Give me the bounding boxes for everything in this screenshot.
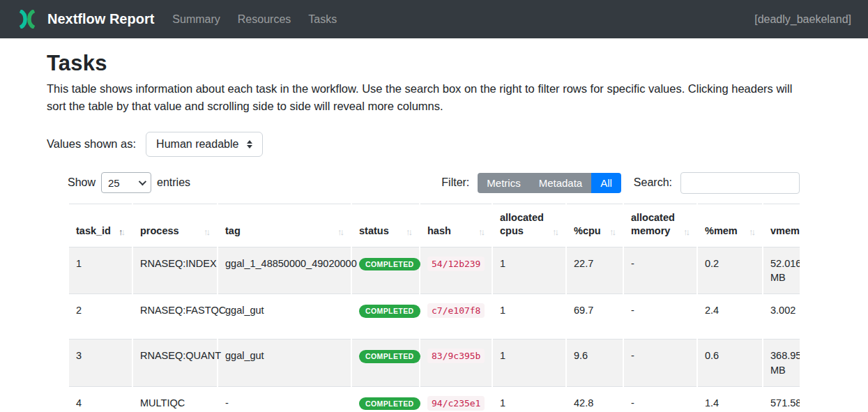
column-header-vmem[interactable]: vmem↑↓ — [763, 204, 800, 247]
cell-status: COMPLETED — [352, 294, 419, 339]
cell-pct_cpu: 22.7 — [567, 247, 623, 295]
sort-arrows-icon: ↑↓ — [406, 226, 412, 238]
cell-vmem: 368.95 MB — [763, 339, 800, 387]
column-label: vmem — [770, 224, 800, 238]
column-label: status — [359, 224, 389, 238]
status-badge: COMPLETED — [359, 350, 420, 363]
column-label: hash — [427, 224, 451, 238]
column-header-status[interactable]: status↑↓ — [352, 204, 419, 247]
column-header-tag[interactable]: tag↑↓ — [218, 204, 351, 247]
cell-allocated_cpus: 1 — [493, 294, 565, 339]
column-label: process — [140, 224, 179, 238]
cell-task_id: 1 — [69, 247, 132, 295]
cell-status: COMPLETED — [352, 339, 419, 387]
cell-pct_cpu: 69.7 — [567, 294, 623, 339]
entries-label: entries — [157, 176, 190, 189]
filter-label: Filter: — [441, 176, 469, 189]
page-container: Tasks This table shows information about… — [0, 51, 868, 412]
cell-pct_mem: 1.4 — [698, 387, 762, 412]
cell-allocated_cpus: 1 — [493, 387, 565, 412]
cell-pct_mem: 0.2 — [698, 247, 762, 295]
cell-allocated_memory: - — [624, 387, 696, 412]
nav-item-summary[interactable]: Summary — [172, 13, 220, 26]
sort-arrows-icon: ↑↓ — [552, 226, 558, 238]
navbar: Nextflow Report Summary Resources Tasks … — [0, 0, 868, 38]
column-label: task_id — [76, 224, 111, 238]
cell-pct_cpu: 9.6 — [567, 339, 623, 387]
column-header-process[interactable]: process↑↓ — [133, 204, 217, 247]
cell-process: RNASEQ:INDEX — [133, 247, 217, 295]
sort-arrows-icon: ↑↓ — [749, 226, 755, 238]
cell-hash: 83/9c395b — [420, 339, 492, 387]
filter-button-metadata[interactable]: Metadata — [530, 173, 592, 193]
nextflow-logo-icon — [17, 10, 38, 29]
table-row: 4MULTIQC-COMPLETED94/c235e1142.8-1.4571.… — [69, 387, 800, 412]
cell-pct_mem: 0.6 — [698, 339, 762, 387]
cell-hash: c7/e107f8 — [420, 294, 492, 339]
cell-status: COMPLETED — [352, 247, 419, 295]
status-badge: COMPLETED — [359, 305, 420, 318]
values-shown-select[interactable]: Human readable — [146, 132, 263, 157]
brand[interactable]: Nextflow Report — [17, 10, 154, 29]
column-header-task_id[interactable]: task_id↑↓ — [69, 204, 132, 247]
chevron-down-icon — [139, 178, 146, 185]
status-badge: COMPLETED — [359, 397, 420, 411]
sort-arrows-icon: ↑↓ — [337, 226, 344, 238]
column-label: allocated cpus — [500, 211, 549, 238]
filter-button-all[interactable]: All — [591, 173, 621, 193]
cell-task_id: 3 — [69, 339, 132, 387]
datatable-controls: Show 25 entries Filter: Metrics Metadata… — [68, 172, 800, 194]
column-label: allocated memory — [631, 211, 680, 238]
search-input[interactable] — [680, 172, 800, 194]
nav-links: Summary Resources Tasks — [172, 13, 337, 26]
hash-code: 94/c235e1 — [427, 396, 485, 411]
page-length-control: Show 25 entries — [68, 172, 190, 193]
column-header-pct_mem[interactable]: %mem↑↓ — [698, 204, 762, 247]
nav-item-resources[interactable]: Resources — [238, 13, 291, 26]
cell-allocated_memory: - — [624, 294, 696, 339]
cell-pct_mem: 2.4 — [698, 294, 762, 339]
sort-arrows-icon: ↑↓ — [119, 226, 125, 238]
column-header-allocated_cpus[interactable]: allocated cpus↑↓ — [493, 204, 565, 247]
show-label: Show — [68, 176, 96, 189]
cell-process: RNASEQ:QUANT — [133, 339, 217, 387]
filter-search-controls: Filter: Metrics Metadata All Search: — [441, 172, 800, 194]
filter-button-metrics[interactable]: Metrics — [478, 173, 529, 193]
column-label: tag — [225, 224, 241, 238]
table-row: 3RNASEQ:QUANTggal_gutCOMPLETED83/9c395b1… — [69, 339, 800, 387]
page-length-value: 25 — [108, 177, 120, 189]
column-label: %mem — [705, 224, 738, 238]
cell-task_id: 2 — [69, 294, 132, 339]
cell-allocated_cpus: 1 — [493, 247, 565, 295]
column-header-hash[interactable]: hash↑↓ — [420, 204, 492, 247]
brand-title: Nextflow Report — [47, 11, 154, 27]
hash-code: 83/9c395b — [427, 349, 485, 363]
table-row: 2RNASEQ:FASTQCggal_gutCOMPLETEDc7/e107f8… — [69, 294, 800, 339]
values-shown-label: Values shown as: — [47, 137, 136, 151]
cell-tag: ggal_gut — [218, 339, 351, 387]
cell-task_id: 4 — [69, 387, 132, 412]
cell-hash: 94/c235e1 — [420, 387, 492, 412]
values-shown-row: Values shown as: Human readable — [47, 132, 812, 157]
column-label: %cpu — [574, 224, 601, 238]
cell-process: MULTIQC — [133, 387, 217, 412]
cell-allocated_cpus: 1 — [493, 339, 565, 387]
nav-item-tasks[interactable]: Tasks — [308, 13, 337, 26]
filter-button-group: Metrics Metadata All — [478, 173, 621, 193]
column-header-allocated_memory[interactable]: allocated memory↑↓ — [624, 204, 696, 247]
sort-arrows-icon: ↑↓ — [609, 226, 616, 238]
cell-vmem: 571.58 MB — [763, 387, 800, 412]
cell-tag: ggal_gut — [218, 294, 351, 339]
run-name: [deadly_baekeland] — [754, 13, 851, 26]
cell-allocated_memory: - — [624, 247, 696, 295]
cell-tag: ggal_1_48850000_49020000 — [218, 247, 351, 295]
table-scroll-area[interactable]: task_id↑↓process↑↓tag↑↓status↑↓hash↑↓all… — [68, 204, 800, 412]
table-header-row: task_id↑↓process↑↓tag↑↓status↑↓hash↑↓all… — [69, 204, 800, 247]
sort-arrows-icon: ↑↓ — [204, 226, 210, 238]
cell-tag: - — [218, 387, 351, 412]
page-length-select[interactable]: 25 — [101, 172, 151, 193]
column-header-pct_cpu[interactable]: %cpu↑↓ — [567, 204, 623, 247]
table-row: 1RNASEQ:INDEXggal_1_48850000_49020000COM… — [69, 247, 800, 295]
tasks-table-body: 1RNASEQ:INDEXggal_1_48850000_49020000COM… — [69, 247, 800, 412]
sort-arrows-icon: ↑↓ — [478, 226, 485, 238]
